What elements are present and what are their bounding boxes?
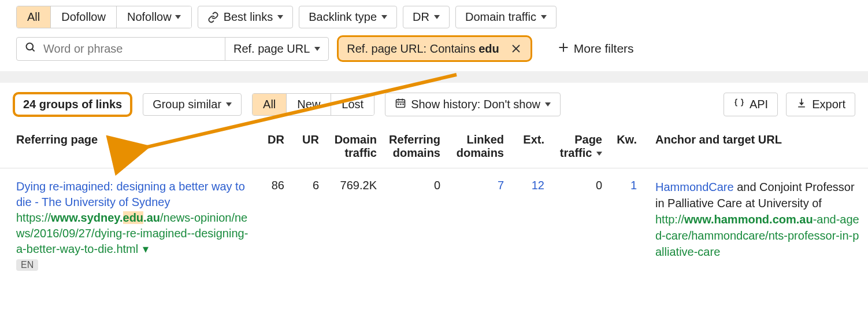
more-filters-button[interactable]: More filters	[558, 42, 634, 56]
sort-desc-icon	[596, 152, 602, 156]
chevron-down-icon	[381, 15, 387, 19]
groups-count-chip: 24 groups of links	[13, 92, 132, 117]
link-icon	[207, 12, 219, 23]
chevron-down-icon[interactable]: ▾	[143, 241, 149, 257]
applied-filter-value: edu	[478, 42, 499, 55]
follow-dofollow-button[interactable]: Dofollow	[51, 6, 117, 28]
chevron-down-icon	[545, 102, 551, 106]
chevron-down-icon	[277, 15, 283, 19]
export-button[interactable]: Export	[786, 93, 855, 116]
best-links-label: Best links	[224, 10, 273, 24]
backlink-type-label: Backlink type	[309, 10, 377, 24]
search-scope-button[interactable]: Ref. page URL	[225, 38, 328, 60]
group-similar-button[interactable]: Group similar	[143, 93, 242, 116]
show-history-label: Show history: Don't show	[411, 98, 540, 111]
col-referring-domains[interactable]: Referring domains	[381, 125, 445, 168]
download-icon	[796, 97, 807, 112]
chevron-down-icon	[226, 102, 232, 106]
referring-page-url[interactable]: https://www.sydney.edu.au/news-opinion/n…	[16, 210, 250, 257]
svg-rect-11	[398, 104, 399, 105]
dr-filter-label: DR	[413, 10, 429, 24]
follow-nofollow-label: Nofollow	[127, 10, 172, 24]
col-dr[interactable]: DR	[254, 125, 289, 168]
chevron-down-icon	[175, 15, 181, 19]
language-badge: EN	[16, 259, 38, 271]
braces-icon	[733, 97, 745, 112]
chevron-down-icon	[541, 15, 547, 19]
col-page-traffic[interactable]: Page traffic	[549, 125, 607, 168]
referring-page-title[interactable]: Dying re-imagined: designing a better wa…	[16, 179, 250, 210]
table-row: Dying re-imagined: designing a better wa…	[0, 168, 868, 276]
svg-rect-12	[400, 104, 402, 105]
cell-referring-domains: 0	[381, 168, 445, 276]
cell-kw[interactable]: 1	[607, 168, 641, 276]
cell-domain-traffic: 769.2K	[324, 168, 381, 276]
cell-linked-domains[interactable]: 7	[445, 168, 509, 276]
search-icon	[25, 42, 36, 56]
close-icon[interactable]	[507, 40, 525, 57]
calendar-icon	[395, 97, 406, 112]
target-url[interactable]: http://www.hammond.com.au-and-aged-care/…	[655, 211, 863, 260]
status-all-button[interactable]: All	[253, 94, 287, 115]
cell-dr: 86	[254, 168, 289, 276]
backlink-type-button[interactable]: Backlink type	[299, 6, 397, 28]
search-group: Ref. page URL	[16, 37, 329, 61]
follow-type-group: All Dofollow Nofollow	[16, 6, 192, 28]
dr-filter-button[interactable]: DR	[403, 6, 450, 28]
status-new-button[interactable]: New	[287, 94, 331, 115]
search-scope-label: Ref. page URL	[233, 42, 310, 56]
group-similar-label: Group similar	[153, 98, 221, 111]
col-ur[interactable]: UR	[289, 125, 324, 168]
search-input-wrap[interactable]	[17, 38, 225, 60]
col-kw[interactable]: Kw.	[607, 125, 641, 168]
svg-rect-14	[798, 106, 805, 108]
plus-icon	[558, 42, 569, 56]
search-input[interactable]	[42, 42, 217, 56]
domain-traffic-filter-label: Domain traffic	[465, 10, 536, 24]
cell-ext[interactable]: 12	[509, 168, 549, 276]
anchor-text: HammondCare and Conjoint Professor in Pa…	[655, 179, 863, 211]
cell-ur: 6	[289, 168, 324, 276]
follow-nofollow-button[interactable]: Nofollow	[117, 6, 191, 28]
col-ext[interactable]: Ext.	[509, 125, 549, 168]
status-lost-button[interactable]: Lost	[331, 94, 374, 115]
svg-point-0	[27, 43, 34, 50]
applied-filter-chip[interactable]: Ref. page URL: Contains edu	[337, 35, 532, 62]
col-referring-page[interactable]: Referring page	[0, 125, 254, 168]
export-label: Export	[812, 98, 845, 111]
applied-filter-prefix: Ref. page URL: Contains	[347, 42, 478, 55]
more-filters-label: More filters	[574, 42, 634, 56]
api-label: API	[750, 98, 768, 111]
status-group: All New Lost	[252, 93, 374, 116]
api-button[interactable]: API	[724, 93, 778, 116]
col-anchor[interactable]: Anchor and target URL	[641, 125, 868, 168]
chevron-down-icon	[314, 47, 320, 51]
show-history-button[interactable]: Show history: Don't show	[385, 93, 561, 116]
chevron-down-icon	[434, 15, 440, 19]
svg-rect-13	[402, 104, 404, 105]
col-linked-domains[interactable]: Linked domains	[445, 125, 509, 168]
col-domain-traffic[interactable]: Domain traffic	[324, 125, 381, 168]
applied-filter-text: Ref. page URL: Contains edu	[347, 42, 499, 56]
svg-line-1	[32, 49, 35, 51]
divider	[0, 71, 868, 83]
best-links-button[interactable]: Best links	[198, 6, 294, 28]
anchor-link[interactable]: HammondCare	[655, 181, 734, 193]
cell-page-traffic: 0	[549, 168, 607, 276]
follow-all-button[interactable]: All	[17, 6, 51, 28]
domain-traffic-filter-button[interactable]: Domain traffic	[455, 6, 557, 28]
